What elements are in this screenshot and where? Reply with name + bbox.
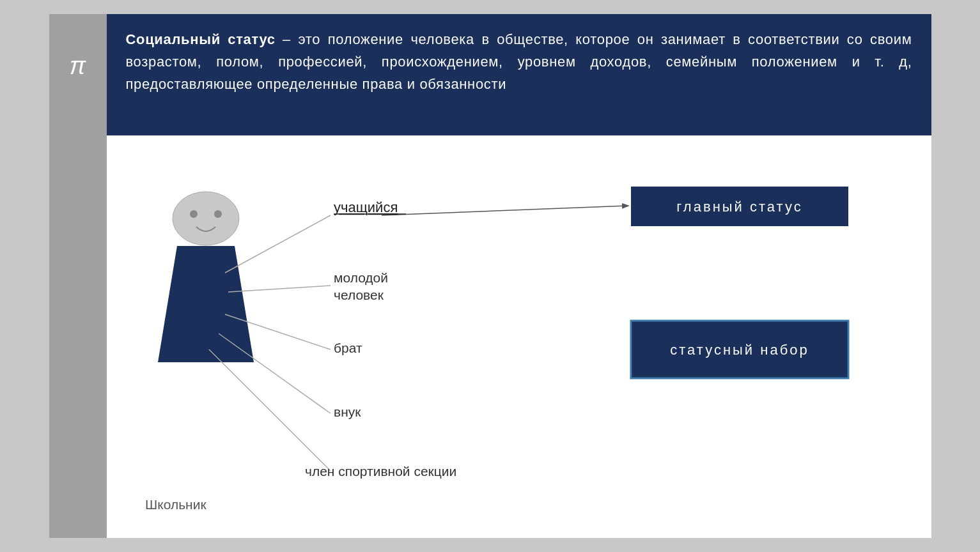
svg-line-4 bbox=[225, 215, 331, 273]
status-vnuk: внук bbox=[334, 404, 361, 419]
status-molodoy: молодой bbox=[334, 270, 388, 285]
svg-line-9 bbox=[382, 206, 628, 215]
svg-point-1 bbox=[190, 210, 198, 218]
main-status-label: главный статус bbox=[676, 199, 802, 215]
status-sport: член спортивной секции bbox=[305, 464, 456, 479]
status-uchashiysya: учащийся bbox=[334, 199, 398, 215]
slide: π Социальный статус – это положение чело… bbox=[49, 14, 931, 538]
status-set-label: статусный набор bbox=[670, 342, 809, 358]
definition-box: Социальный статус – это положение челове… bbox=[107, 14, 931, 135]
svg-point-0 bbox=[173, 192, 239, 245]
svg-point-2 bbox=[214, 210, 222, 218]
svg-line-8 bbox=[209, 349, 331, 471]
svg-line-7 bbox=[219, 334, 331, 413]
svg-marker-3 bbox=[158, 246, 254, 362]
pi-icon: π bbox=[70, 52, 86, 80]
figure-label: Школьник bbox=[145, 497, 206, 512]
svg-line-5 bbox=[228, 286, 331, 292]
content-area: учащийся молодой человек брат внук член … bbox=[107, 135, 931, 538]
definition-text: Социальный статус – это положение челове… bbox=[126, 28, 912, 96]
sidebar: π bbox=[49, 14, 107, 538]
diagram-svg: учащийся молодой человек брат внук член … bbox=[107, 135, 931, 538]
status-brat: брат bbox=[334, 341, 362, 355]
definition-term: Социальный статус bbox=[126, 31, 276, 47]
status-chelovek: человек bbox=[334, 288, 384, 302]
